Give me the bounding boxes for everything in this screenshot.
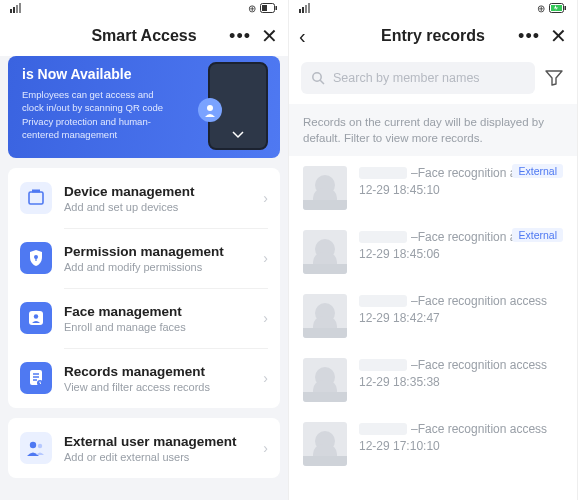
redacted-name — [359, 295, 407, 307]
menu-face-management[interactable]: Face management Enroll and manage faces … — [8, 288, 280, 348]
record-time: 12-29 18:45:10 — [359, 183, 563, 197]
record-thumbnail — [303, 294, 347, 338]
external-user-icon — [20, 432, 52, 464]
menu-external-user-management[interactable]: External user management Add or edit ext… — [8, 418, 280, 478]
search-row: Search by member names — [289, 56, 577, 104]
search-input[interactable]: Search by member names — [301, 62, 535, 94]
more-icon[interactable]: ••• — [229, 27, 251, 45]
close-icon[interactable]: ✕ — [261, 26, 278, 46]
records-icon — [20, 362, 52, 394]
redacted-name — [359, 423, 407, 435]
signal-icon — [299, 3, 310, 13]
nav-bar: ‹ Entry records ••• ✕ — [289, 16, 577, 56]
search-icon — [311, 71, 325, 85]
svg-line-21 — [320, 80, 324, 84]
chevron-right-icon: › — [263, 440, 268, 456]
record-line: –Face recognition access — [359, 422, 563, 436]
access-type: –Face recognition access — [411, 358, 547, 372]
record-time: 12-29 18:45:06 — [359, 247, 563, 261]
menu-device-management[interactable]: Device management Add and set up devices… — [8, 168, 280, 228]
record-thumbnail — [303, 166, 347, 210]
external-badge: External — [512, 228, 563, 242]
close-icon[interactable]: ✕ — [550, 26, 567, 46]
svg-rect-2 — [262, 5, 267, 11]
hint-text: Records on the current day will be displ… — [289, 104, 577, 156]
access-type: –Face recognition access — [411, 294, 547, 308]
status-right: ⊕ — [537, 3, 567, 14]
nav-bar: Smart Access ••• ✕ — [0, 16, 288, 56]
filter-icon — [545, 70, 563, 86]
svg-point-16 — [38, 444, 42, 448]
svg-point-9 — [34, 314, 38, 318]
svg-rect-18 — [565, 6, 567, 10]
menu-title: Records management — [64, 364, 251, 379]
orientation-lock-icon: ⊕ — [248, 3, 256, 14]
access-type: –Face recognition access — [411, 422, 547, 436]
svg-point-15 — [30, 442, 36, 448]
page-title: Smart Access — [91, 27, 196, 45]
chevron-right-icon: › — [263, 310, 268, 326]
menu-sub: View and filter access records — [64, 381, 251, 393]
page-title: Entry records — [381, 27, 485, 45]
records-list: External–Face recognition access12-29 18… — [289, 156, 577, 500]
record-item[interactable]: External–Face recognition access12-29 18… — [289, 156, 577, 220]
chevron-right-icon: › — [263, 190, 268, 206]
record-item[interactable]: –Face recognition access12-29 17:10:10 — [289, 412, 577, 476]
more-icon[interactable]: ••• — [518, 27, 540, 45]
redacted-name — [359, 359, 407, 371]
promo-banner[interactable]: is Now Available Employees can get acces… — [8, 56, 280, 158]
signal-icon — [10, 3, 21, 13]
menu-sub: Add and modify permissions — [64, 261, 251, 273]
menu-records-management[interactable]: Records management View and filter acces… — [8, 348, 280, 408]
status-right: ⊕ — [248, 3, 278, 14]
chevron-right-icon: › — [263, 250, 268, 266]
svg-rect-7 — [35, 258, 36, 261]
menu-sub: Enroll and manage faces — [64, 321, 251, 333]
banner-desc: Employees can get access and clock in/ou… — [22, 88, 177, 141]
record-time: 12-29 18:42:47 — [359, 311, 563, 325]
menu-sub: Add or edit external users — [64, 451, 251, 463]
svg-rect-1 — [276, 6, 278, 10]
orientation-lock-icon: ⊕ — [537, 3, 545, 14]
menu-card-external: External user management Add or edit ext… — [8, 418, 280, 478]
external-badge: External — [512, 164, 563, 178]
record-thumbnail — [303, 358, 347, 402]
menu-permission-management[interactable]: Permission management Add and modify per… — [8, 228, 280, 288]
search-placeholder: Search by member names — [333, 71, 480, 85]
chevron-right-icon: › — [263, 370, 268, 386]
smart-access-screen: ⊕ Smart Access ••• ✕ is Now Available Em… — [0, 0, 289, 500]
record-time: 12-29 17:10:10 — [359, 439, 563, 453]
status-bar: ⊕ — [289, 0, 577, 16]
redacted-name — [359, 231, 407, 243]
record-item[interactable]: –Face recognition access12-29 18:35:38 — [289, 348, 577, 412]
filter-button[interactable] — [543, 70, 565, 86]
shield-icon — [20, 242, 52, 274]
record-line: –Face recognition access — [359, 294, 563, 308]
record-item[interactable]: –Face recognition access12-29 18:42:47 — [289, 284, 577, 348]
menu-title: External user management — [64, 434, 251, 449]
entry-records-screen: ⊕ ‹ Entry records ••• ✕ Search by member… — [289, 0, 578, 500]
content-body: Search by member names Records on the cu… — [289, 56, 577, 500]
menu-sub: Add and set up devices — [64, 201, 251, 213]
record-item[interactable]: External–Face recognition access12-29 18… — [289, 220, 577, 284]
record-thumbnail — [303, 422, 347, 466]
battery-icon — [260, 3, 278, 13]
menu-title: Face management — [64, 304, 251, 319]
menu-title: Permission management — [64, 244, 251, 259]
menu-card-main: Device management Add and set up devices… — [8, 168, 280, 408]
content-body: is Now Available Employees can get acces… — [0, 56, 288, 500]
record-thumbnail — [303, 230, 347, 274]
svg-rect-4 — [29, 192, 43, 204]
face-id-icon — [20, 302, 52, 334]
battery-charging-icon — [549, 3, 567, 13]
record-line: –Face recognition access — [359, 358, 563, 372]
svg-point-3 — [207, 105, 213, 111]
device-icon — [20, 182, 52, 214]
record-time: 12-29 18:35:38 — [359, 375, 563, 389]
status-bar: ⊕ — [0, 0, 288, 16]
svg-rect-5 — [32, 190, 40, 193]
svg-point-20 — [313, 73, 321, 81]
menu-title: Device management — [64, 184, 251, 199]
person-icon — [198, 98, 222, 122]
back-icon[interactable]: ‹ — [299, 26, 306, 46]
